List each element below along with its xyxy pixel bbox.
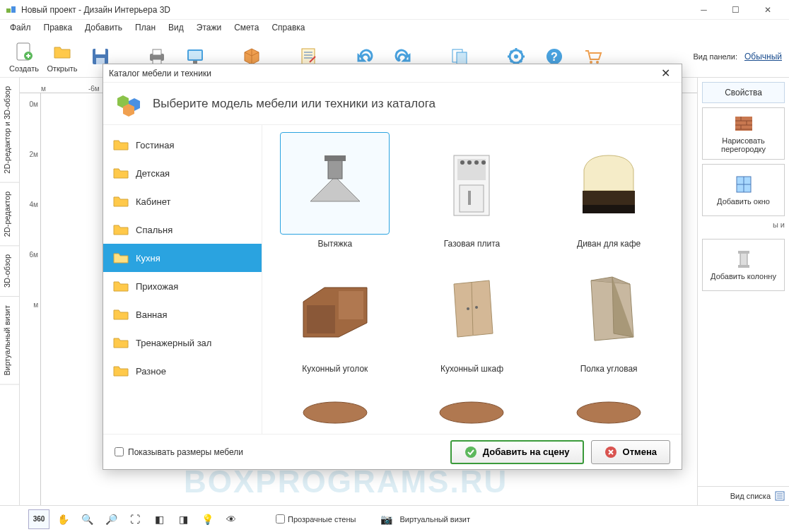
menu-plan[interactable]: План [129, 21, 161, 34]
furniture-thumb [417, 132, 527, 235]
svg-rect-24 [740, 252, 747, 266]
furniture-thumb [417, 382, 527, 434]
zoom-in-button[interactable]: 🔍 [76, 509, 98, 529]
dialog-header: Выберите модель мебели или техники из ка… [103, 83, 682, 125]
toolbar-open-button[interactable]: Открыть [45, 37, 79, 76]
furniture-thumb [417, 257, 527, 360]
category-item[interactable]: Тренажерный зал [103, 329, 262, 357]
furniture-item[interactable]: Полка угловая [543, 257, 674, 374]
menu-estimate[interactable]: Смета [228, 21, 264, 34]
furniture-item[interactable] [543, 382, 674, 434]
transparent-walls-input[interactable] [276, 514, 285, 524]
cancel-button[interactable]: Отмена [591, 440, 670, 464]
svg-rect-36 [460, 185, 484, 212]
category-item[interactable]: Разное [103, 357, 262, 385]
show-sizes-input[interactable] [115, 447, 124, 456]
panel-mode-link[interactable]: Обычный [744, 52, 782, 61]
category-label: Прихожая [136, 281, 178, 292]
menu-help[interactable]: Справка [266, 21, 310, 34]
ruler-v-tick: 4м [30, 201, 38, 208]
fit-button[interactable]: ⛶ [124, 509, 146, 529]
folder-icon [113, 336, 129, 349]
furniture-item[interactable]: Диван для кафе [543, 132, 674, 249]
app-icon [6, 4, 17, 16]
svg-point-34 [474, 160, 479, 165]
furniture-item[interactable]: Кухонный уголок [269, 257, 401, 374]
toolbar-create-button[interactable]: Создать [7, 37, 41, 76]
menu-add[interactable]: Добавить [79, 21, 128, 34]
svg-point-45 [440, 402, 503, 423]
virtual-visit-label[interactable]: Виртуальный визит [399, 515, 470, 524]
dialog-close-button[interactable]: ✕ [655, 65, 676, 82]
category-item[interactable]: Кухня [103, 244, 262, 272]
svg-rect-37 [468, 191, 471, 205]
window-maximize-button[interactable]: ☐ [720, 0, 752, 20]
list-view-toggle[interactable]: Вид списка [698, 486, 789, 505]
svg-rect-40 [307, 305, 335, 333]
furniture-item[interactable] [407, 382, 538, 434]
furniture-item[interactable]: Газовая плита [407, 132, 538, 249]
category-item[interactable]: Кабинет [103, 187, 262, 215]
properties-button[interactable]: Свойства [702, 82, 785, 103]
svg-point-44 [303, 402, 367, 423]
dialog-body: ГостинаяДетскаяКабинетСпальняКухняПрихож… [103, 125, 682, 434]
bricks-icon [734, 114, 754, 134]
category-item[interactable]: Ванная [103, 300, 262, 329]
furniture-item[interactable]: Кухонный шкаф [407, 257, 538, 374]
window-minimize-button[interactable]: ─ [688, 0, 720, 20]
furniture-item[interactable]: Вытяжка [269, 132, 401, 249]
menu-file[interactable]: Файл [4, 21, 37, 34]
action-add-window[interactable]: Добавить окно [702, 164, 785, 216]
category-item[interactable]: Спальня [103, 215, 262, 244]
pan-button[interactable]: ✋ [52, 509, 74, 529]
transparent-walls-checkbox[interactable]: Прозрачные стены [276, 514, 356, 524]
partial-label: ы и [702, 220, 785, 235]
left-tab-strip: 2D-редактор и 3D-обзор 2D-редактор 3D-об… [0, 78, 20, 505]
category-item[interactable]: Гостиная [103, 131, 262, 159]
action-add-column[interactable]: Добавить колонну [702, 239, 785, 291]
category-label: Разное [136, 366, 166, 377]
bulb-button[interactable]: 💡 [197, 509, 218, 529]
furniture-item[interactable] [269, 382, 401, 434]
menu-view[interactable]: Вид [163, 21, 189, 34]
tab-virtual[interactable]: Виртуальный визит [0, 297, 19, 385]
action-label: Добавить колонну [711, 272, 776, 280]
eye-button[interactable]: 👁 [221, 509, 242, 529]
add-to-scene-button[interactable]: Добавить на сцену [450, 440, 584, 464]
svg-rect-41 [339, 291, 363, 319]
category-label: Спальня [136, 225, 173, 235]
category-item[interactable]: Детская [103, 159, 262, 187]
category-item[interactable]: Прихожая [103, 272, 262, 300]
tab-2d[interactable]: 2D-редактор [0, 183, 19, 246]
panel-mode-label: Вид панели: [693, 52, 737, 61]
extra-2-button[interactable]: ◨ [173, 509, 194, 529]
show-sizes-checkbox[interactable]: Показывать размеры мебели [115, 447, 243, 457]
svg-point-33 [467, 160, 472, 165]
furniture-label: Кухонный уголок [302, 364, 368, 374]
list-icon [775, 491, 785, 501]
view-360-button[interactable]: 360 [28, 509, 49, 529]
extra-1-button[interactable]: ◧ [148, 509, 170, 529]
new-file-icon [13, 40, 35, 63]
svg-rect-5 [95, 49, 105, 54]
cancel-icon [604, 446, 617, 459]
window-title: Новый проект - Дизайн Интерьера 3D [21, 5, 688, 15]
tab-3d[interactable]: 3D-обзор [0, 246, 19, 297]
menu-edit[interactable]: Правка [38, 21, 78, 34]
furniture-thumb [554, 132, 664, 235]
folder-icon [113, 167, 129, 179]
zoom-out-button[interactable]: 🔎 [100, 509, 122, 529]
window-close-button[interactable]: ✕ [752, 0, 783, 20]
category-label: Ванная [136, 309, 168, 320]
svg-point-32 [460, 160, 464, 165]
action-draw-partition[interactable]: Нарисовать перегородку [702, 107, 785, 160]
action-label: Нарисовать перегородку [703, 136, 784, 153]
svg-rect-8 [153, 49, 161, 55]
category-label: Кабинет [136, 196, 170, 207]
svg-rect-0 [6, 8, 11, 13]
furniture-label: Диван для кафе [577, 239, 641, 249]
menu-floors[interactable]: Этажи [191, 21, 227, 34]
ruler-v-tick: 6м [30, 251, 38, 259]
svg-rect-26 [738, 265, 749, 268]
tab-2d-3d[interactable]: 2D-редактор и 3D-обзор [0, 78, 19, 183]
